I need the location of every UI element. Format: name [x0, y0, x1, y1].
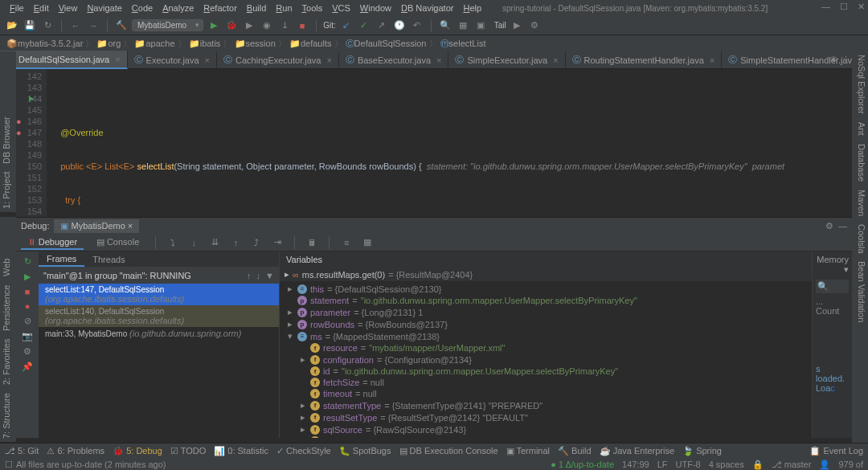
editor-tab-executor-java[interactable]: ⒸExecutor.java×	[128, 51, 217, 68]
view-breakpoints-icon[interactable]: ●	[25, 301, 31, 311]
editor-tab-simpleexecutor-java[interactable]: ⒸSimpleExecutor.java×	[448, 51, 565, 68]
expand-icon[interactable]	[299, 354, 307, 365]
trace-icon[interactable]: ≡	[339, 235, 354, 250]
line-separator[interactable]: LF	[657, 460, 668, 469]
git-branch[interactable]: ⎇ master	[772, 460, 812, 470]
tool-window-java-enterprise[interactable]: ☕ Java Enterprise	[600, 446, 674, 456]
menu-db-navigator[interactable]: DB Navigator	[396, 3, 458, 13]
variable-row[interactable]: fresultSetType = {ResultSetType@2142} "D…	[280, 411, 812, 423]
run-config-select[interactable]: MybatisDemo	[132, 19, 203, 31]
line-number[interactable]: 152	[18, 183, 42, 194]
debugger-tab[interactable]: ⏸ Debugger	[21, 235, 84, 250]
line-number[interactable]: 146	[18, 116, 42, 127]
close-button[interactable]: ✕	[858, 2, 865, 12]
highlight-icon[interactable]: ▣	[473, 18, 488, 33]
line-number[interactable]: 144	[18, 93, 42, 104]
coverage-icon[interactable]: ▶	[242, 18, 256, 33]
favorites-tool[interactable]: 2: Favorites	[2, 339, 14, 385]
stack-frame[interactable]: selectList:147, DefaultSqlSession (org.a…	[39, 284, 279, 305]
breadcrumb-item[interactable]: DefaultSqlSession	[354, 39, 427, 48]
variable-row[interactable]: fresource = "mybatis/mapper/UserMapper.x…	[280, 342, 812, 354]
tool-window-spotbugs[interactable]: 🐛 SpotBugs	[339, 446, 391, 456]
breadcrumb-item[interactable]: org	[108, 39, 121, 48]
menu-window[interactable]: Window	[355, 3, 396, 13]
console-tab[interactable]: ▤ Console	[90, 235, 145, 249]
expand-icon[interactable]	[286, 284, 294, 294]
close-tab-icon[interactable]: ×	[205, 55, 210, 65]
close-tab-icon[interactable]: ×	[710, 55, 714, 65]
project-tool[interactable]: 1: Project	[2, 172, 14, 209]
editor-tab-baseexecutor-java[interactable]: ⒸBaseExecutor.java×	[339, 51, 449, 68]
expand-icon[interactable]	[286, 319, 294, 329]
expand-eval-icon[interactable]: ▸	[285, 269, 289, 280]
tool-window-5--git[interactable]: ⎇ 5: Git	[5, 446, 39, 456]
variable-row[interactable]: fstatementType = {StatementType@2141} "P…	[280, 399, 812, 411]
evaluate-expression-row[interactable]: ▸ ∞ ms.resultMaps.get(0) = {ResultMap@24…	[280, 268, 812, 281]
expand-icon[interactable]	[299, 412, 307, 423]
line-number[interactable]: 149	[18, 149, 42, 161]
breadcrumb-item[interactable]: mybatis-3.5.2.jar	[18, 39, 83, 48]
close-tab-icon[interactable]: ×	[326, 55, 331, 65]
git-lock-icon[interactable]: 🔒	[752, 460, 764, 470]
close-tab-icon[interactable]: ×	[553, 55, 558, 65]
menu-run[interactable]: Run	[271, 3, 297, 13]
profile-icon[interactable]: ◉	[260, 18, 274, 33]
show-tool-windows-icon[interactable]: ☐	[5, 460, 13, 470]
prev-frame-icon[interactable]: ↑	[247, 271, 252, 280]
bean-validation-tool[interactable]: Bean Validation	[854, 261, 866, 322]
tool-window-checkstyle[interactable]: ✓ CheckStyle	[276, 446, 331, 456]
pin-icon[interactable]: 📌	[22, 362, 33, 372]
close-tab-icon[interactable]: ×	[115, 55, 120, 64]
tail-play-icon[interactable]: ▶	[510, 18, 524, 33]
editor-tab-routingstatementhandler-java[interactable]: ⒸRoutingStatementHandler.java×	[566, 51, 723, 68]
tool-window-6--problems[interactable]: ⚠ 6: Problems	[47, 446, 104, 456]
menu-vcs[interactable]: VCS	[327, 3, 355, 13]
line-number[interactable]: 147	[18, 127, 42, 138]
step-out-icon[interactable]: ↑	[228, 235, 243, 250]
db-browser-tool[interactable]: DB Browser	[2, 116, 14, 164]
variable-row[interactable]: fsqlSource = {RawSqlSource@2143}	[280, 423, 812, 435]
reader-mode-icon[interactable]: 👁	[829, 55, 838, 65]
menu-analyze[interactable]: Analyze	[158, 3, 199, 13]
tool-window-spring[interactable]: 🍃 Spring	[682, 446, 722, 456]
memory-indicator[interactable]: 979 of	[838, 460, 863, 469]
line-number[interactable]: 154	[18, 206, 42, 217]
force-step-into-icon[interactable]: ⇊	[207, 235, 222, 250]
variable-row[interactable]: ≡ms = {MappedStatement@2138}	[280, 330, 812, 342]
run-icon[interactable]: ▶	[207, 18, 221, 33]
line-number[interactable]: 142	[18, 71, 42, 82]
database-tool[interactable]: Database	[854, 144, 866, 182]
file-encoding[interactable]: UTF-8	[676, 460, 701, 469]
close-tab-icon[interactable]: ×	[436, 55, 441, 65]
ant-tool[interactable]: Ant	[854, 122, 866, 136]
resume-icon[interactable]: ▶	[24, 272, 31, 282]
line-number[interactable]: 153	[18, 194, 42, 206]
structure-tool[interactable]: 7: Structure	[2, 393, 14, 439]
build-icon[interactable]: 🔨	[114, 18, 129, 33]
variable-row[interactable]: ftimeout = null	[280, 388, 812, 399]
attach-icon[interactable]: ⤓	[277, 18, 292, 33]
step-over-icon[interactable]: ⤵	[166, 235, 180, 250]
menu-navigate[interactable]: Navigate	[82, 3, 126, 13]
breadcrumb-item[interactable]: session	[246, 39, 276, 48]
more-icon[interactable]: ⋮	[841, 55, 850, 65]
variable-row[interactable]: prowBounds = {RowBounds@2137}	[280, 318, 812, 330]
evaluate-icon[interactable]: 🖩	[305, 235, 319, 250]
expand-icon[interactable]	[286, 307, 294, 317]
menu-code[interactable]: Code	[127, 3, 158, 13]
editor-tab-defaultsqlsession-java[interactable]: ⒸDefaultSqlSession.java×	[0, 51, 128, 69]
tool-window-db-execution-console[interactable]: ▤ DB Execution Console	[399, 446, 498, 456]
menu-build[interactable]: Build	[242, 3, 271, 13]
git-update-icon[interactable]: ↙	[339, 18, 354, 33]
git-history-icon[interactable]: 🕐	[392, 18, 407, 33]
line-number[interactable]: 148	[18, 138, 42, 149]
stack-frame[interactable]: main:33, MybatisDemo (io.github.dunwu.sp…	[39, 327, 279, 340]
tool-window-5--debug[interactable]: 🐞 5: Debug	[113, 446, 162, 456]
sync-status[interactable]: ● 1 Δ/up-to-date	[551, 460, 614, 469]
variable-row[interactable]: ffetchSize = null	[280, 377, 812, 388]
settings-icon[interactable]: ⚙	[527, 18, 542, 33]
next-frame-icon[interactable]: ↓	[256, 271, 261, 280]
open-console-icon[interactable]: ▦	[456, 18, 470, 33]
memory-label[interactable]: Memory	[817, 255, 849, 264]
maximize-button[interactable]: ☐	[840, 2, 848, 12]
